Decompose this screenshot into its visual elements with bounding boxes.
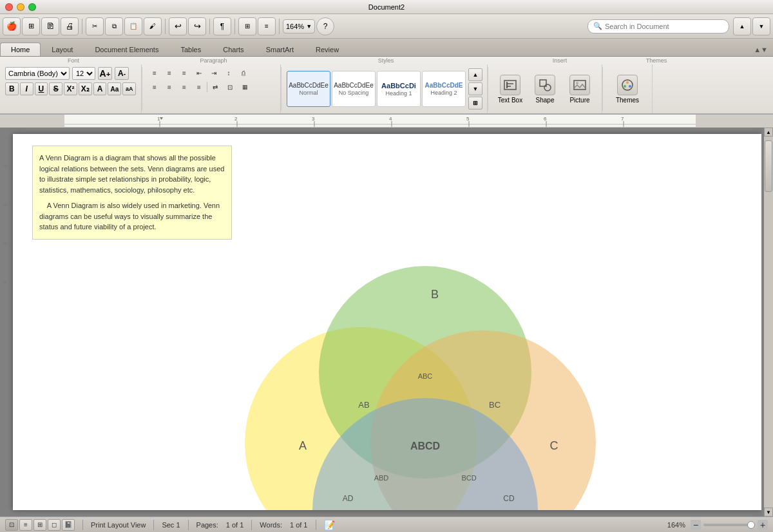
font-name-select[interactable]: Cambria (Body) xyxy=(5,67,70,80)
borders-button[interactable]: ⊡ xyxy=(223,81,237,93)
window-title: Document2 xyxy=(368,3,405,11)
list-button[interactable]: ≡ xyxy=(258,17,276,35)
bold-button[interactable]: B xyxy=(5,82,19,95)
table-grid-button[interactable]: ⊞ xyxy=(238,17,256,35)
search-input[interactable] xyxy=(605,23,723,30)
font-size-up-button[interactable]: A+ xyxy=(98,67,112,80)
print-button[interactable]: 🖨 xyxy=(61,17,79,35)
svg-point-11 xyxy=(624,85,626,88)
tab-tables[interactable]: Tables xyxy=(169,43,212,56)
zoom-selector[interactable]: 164% ▼ xyxy=(283,19,315,33)
status-sep-1 xyxy=(82,520,83,530)
italic-button[interactable]: I xyxy=(20,82,33,95)
zoom-out-button[interactable]: − xyxy=(691,520,701,530)
outline-view-button[interactable]: ≡ xyxy=(19,519,32,531)
styles-more[interactable]: ⊞ xyxy=(468,97,482,109)
case-button[interactable]: aA xyxy=(122,82,136,95)
web-view-button[interactable]: ⊞ xyxy=(33,519,46,531)
notebook-view-button[interactable]: 📓 xyxy=(62,519,75,531)
open-button[interactable]: ⊞ xyxy=(22,17,40,35)
subscript-button[interactable]: X₂ xyxy=(79,82,92,95)
align-right-button[interactable]: ≡ xyxy=(177,81,191,93)
expand-button[interactable]: ▲ xyxy=(733,17,751,35)
tab-expand[interactable]: ▲▼ xyxy=(749,43,773,56)
font-size-select[interactable]: 12 xyxy=(72,67,95,80)
zoom-slider-thumb[interactable] xyxy=(747,521,755,529)
new-button[interactable]: 🍎 xyxy=(3,17,21,35)
insert-picture-label: Picture xyxy=(569,97,589,104)
strikethrough-button[interactable]: S xyxy=(49,82,62,95)
minimize-button[interactable] xyxy=(17,3,24,11)
numbered-list-button[interactable]: ≡ xyxy=(162,67,177,79)
text-direction-button[interactable]: ⇄ xyxy=(208,81,222,93)
maximize-button[interactable] xyxy=(28,3,36,11)
tab-review[interactable]: Review xyxy=(305,43,350,56)
themes-button[interactable]: Themes xyxy=(611,70,644,108)
tab-layout[interactable]: Layout xyxy=(41,43,84,56)
font-size-down-button[interactable]: A- xyxy=(115,67,129,80)
venn-label-ABCD: ABCD xyxy=(410,441,440,451)
text-box-para1: A Venn Diagram is a diagram that shows a… xyxy=(39,153,225,195)
zoom-in-button[interactable]: + xyxy=(758,520,768,530)
zoom-slider[interactable] xyxy=(703,524,755,526)
styles-scroll-up[interactable]: ▲ xyxy=(468,68,482,81)
style-normal[interactable]: AaBbCcDdEe Normal xyxy=(287,71,330,107)
tab-charts[interactable]: Charts xyxy=(212,43,254,56)
themes-section-label: Themes xyxy=(631,57,682,64)
venn-label-C: C xyxy=(550,439,558,452)
vertical-scrollbar[interactable]: ▲ ▼ xyxy=(764,128,773,517)
shape-icon xyxy=(535,75,555,95)
line-spacing-button[interactable]: ↕ xyxy=(222,67,236,79)
styles-scroll-down[interactable]: ▼ xyxy=(468,82,482,95)
tab-document-elements[interactable]: Document Elements xyxy=(84,43,169,56)
status-sep-4 xyxy=(251,520,252,530)
style-nospacing[interactable]: AaBbCcDdEe No Spacing xyxy=(332,71,376,107)
align-justify-button[interactable]: ≡ xyxy=(192,81,206,93)
align-center-button[interactable]: ≡ xyxy=(162,81,177,93)
venn-label-BC: BC xyxy=(489,400,501,410)
scroll-down-arrow[interactable]: ▼ xyxy=(764,508,773,517)
columns-button[interactable]: ⎙ xyxy=(236,67,251,79)
venn-label-BCD: BCD xyxy=(461,474,476,482)
font-color-button[interactable]: A xyxy=(93,82,107,95)
insert-shape-button[interactable]: Shape xyxy=(528,70,562,108)
styles-container: AaBbCcDdEe Normal AaBbCcDdEe No Spacing … xyxy=(287,71,466,107)
tab-smartart[interactable]: SmartArt xyxy=(255,43,305,56)
svg-text:4: 4 xyxy=(2,280,8,283)
svg-text:1: 1 xyxy=(157,116,160,122)
cut-button[interactable]: ✂ xyxy=(86,17,104,35)
pilcrow-button[interactable]: ¶ xyxy=(213,17,231,35)
undo-button[interactable]: ↩ xyxy=(169,17,187,35)
superscript-button[interactable]: X² xyxy=(64,82,77,95)
save-button[interactable]: 🖹 xyxy=(41,17,59,35)
scrollbar-thumb[interactable] xyxy=(765,140,772,192)
indent-decrease-button[interactable]: ⇤ xyxy=(192,67,206,79)
underline-button[interactable]: U xyxy=(35,82,48,95)
insert-picture-button[interactable]: Picture xyxy=(563,70,596,108)
style-h1[interactable]: AaBbCcDi Heading 1 xyxy=(377,71,421,107)
indent-increase-button[interactable]: ⇥ xyxy=(207,67,221,79)
shading-button[interactable]: ▦ xyxy=(238,81,252,93)
collapse-button[interactable]: ▼ xyxy=(752,17,770,35)
venn-diagram: A B C D AB BC AD CD ABC ABD xyxy=(206,243,618,510)
help-button[interactable]: ? xyxy=(316,17,334,35)
format-painter-button[interactable]: 🖌 xyxy=(144,17,162,35)
scroll-up-arrow[interactable]: ▲ xyxy=(764,128,773,137)
highlight-button[interactable]: Aa xyxy=(108,82,121,95)
tab-home[interactable]: Home xyxy=(0,43,41,56)
insert-section: Text Box Shape xyxy=(488,64,602,113)
print-layout-button[interactable]: ⊡ xyxy=(5,519,18,531)
redo-button[interactable]: ↪ xyxy=(188,17,206,35)
style-h2-preview: AaBbCcDdE xyxy=(425,82,463,89)
bullet-list-button[interactable]: ≡ xyxy=(148,67,162,79)
focus-view-button[interactable]: ◻ xyxy=(48,519,61,531)
paste-button[interactable]: 📋 xyxy=(124,17,142,35)
right-sidebar: ▲ ▼ xyxy=(761,128,773,517)
text-box: A Venn Diagram is a diagram that shows a… xyxy=(32,146,232,240)
align-left-button[interactable]: ≡ xyxy=(148,81,162,93)
style-h2[interactable]: AaBbCcDdE Heading 2 xyxy=(422,71,466,107)
insert-textbox-button[interactable]: Text Box xyxy=(493,70,527,108)
close-button[interactable] xyxy=(5,3,13,11)
copy-button[interactable]: ⧉ xyxy=(105,17,123,35)
outline-list-button[interactable]: ≡ xyxy=(177,67,191,79)
